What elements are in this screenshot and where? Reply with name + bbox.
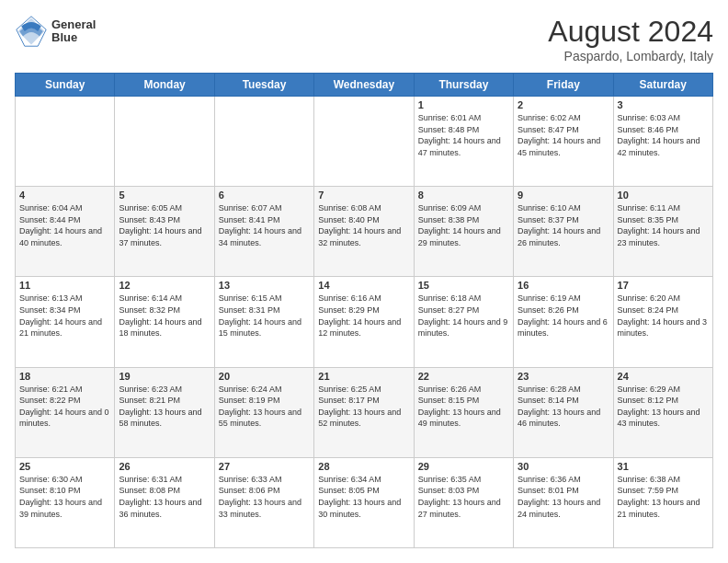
- day-of-week-header: Sunday: [16, 74, 115, 97]
- calendar-cell: 28Sunrise: 6:34 AM Sunset: 8:05 PM Dayli…: [314, 457, 414, 547]
- calendar-cell: 4Sunrise: 6:04 AM Sunset: 8:44 PM Daylig…: [16, 187, 115, 277]
- day-of-week-header: Tuesday: [214, 74, 313, 97]
- day-info: Sunrise: 6:01 AM Sunset: 8:48 PM Dayligh…: [418, 112, 509, 158]
- day-of-week-header: Thursday: [414, 74, 513, 97]
- day-info: Sunrise: 6:36 AM Sunset: 8:01 PM Dayligh…: [518, 474, 609, 520]
- day-info: Sunrise: 6:26 AM Sunset: 8:15 PM Dayligh…: [418, 384, 509, 430]
- day-number: 2: [518, 99, 609, 110]
- day-number: 12: [119, 280, 210, 291]
- day-info: Sunrise: 6:09 AM Sunset: 8:38 PM Dayligh…: [418, 202, 509, 248]
- day-of-week-header: Wednesday: [314, 74, 414, 97]
- day-info: Sunrise: 6:08 AM Sunset: 8:40 PM Dayligh…: [318, 202, 409, 248]
- calendar-cell: 5Sunrise: 6:05 AM Sunset: 8:43 PM Daylig…: [115, 187, 214, 277]
- calendar-cell: 24Sunrise: 6:29 AM Sunset: 8:12 PM Dayli…: [613, 367, 712, 457]
- day-info: Sunrise: 6:14 AM Sunset: 8:32 PM Dayligh…: [119, 293, 210, 339]
- calendar-cell: 25Sunrise: 6:30 AM Sunset: 8:10 PM Dayli…: [16, 457, 115, 547]
- day-info: Sunrise: 6:24 AM Sunset: 8:19 PM Dayligh…: [219, 384, 310, 430]
- calendar-cell: 13Sunrise: 6:15 AM Sunset: 8:31 PM Dayli…: [214, 277, 313, 367]
- calendar-cell: [214, 97, 313, 187]
- calendar-cell: 9Sunrise: 6:10 AM Sunset: 8:37 PM Daylig…: [514, 187, 613, 277]
- calendar-cell: 6Sunrise: 6:07 AM Sunset: 8:41 PM Daylig…: [214, 187, 313, 277]
- page: General Blue August 2024 Paspardo, Lomba…: [0, 0, 728, 563]
- day-number: 4: [19, 190, 110, 201]
- day-info: Sunrise: 6:15 AM Sunset: 8:31 PM Dayligh…: [219, 293, 310, 339]
- day-info: Sunrise: 6:25 AM Sunset: 8:17 PM Dayligh…: [318, 384, 409, 430]
- day-info: Sunrise: 6:20 AM Sunset: 8:24 PM Dayligh…: [618, 293, 709, 339]
- calendar-cell: 15Sunrise: 6:18 AM Sunset: 8:27 PM Dayli…: [414, 277, 513, 367]
- calendar-cell: [115, 97, 214, 187]
- calendar-cell: 2Sunrise: 6:02 AM Sunset: 8:47 PM Daylig…: [514, 97, 613, 187]
- calendar-cell: [16, 97, 115, 187]
- day-info: Sunrise: 6:05 AM Sunset: 8:43 PM Dayligh…: [119, 202, 210, 248]
- day-info: Sunrise: 6:31 AM Sunset: 8:08 PM Dayligh…: [119, 474, 210, 520]
- day-info: Sunrise: 6:10 AM Sunset: 8:37 PM Dayligh…: [518, 202, 609, 248]
- calendar-cell: 26Sunrise: 6:31 AM Sunset: 8:08 PM Dayli…: [115, 457, 214, 547]
- day-number: 6: [219, 190, 310, 201]
- day-info: Sunrise: 6:33 AM Sunset: 8:06 PM Dayligh…: [219, 474, 310, 520]
- day-number: 19: [119, 371, 210, 382]
- day-number: 23: [518, 371, 609, 382]
- day-number: 9: [518, 190, 609, 201]
- title-block: August 2024 Paspardo, Lombardy, Italy: [548, 15, 713, 63]
- calendar-cell: 11Sunrise: 6:13 AM Sunset: 8:34 PM Dayli…: [16, 277, 115, 367]
- day-number: 16: [518, 280, 609, 291]
- day-info: Sunrise: 6:02 AM Sunset: 8:47 PM Dayligh…: [518, 112, 609, 158]
- day-number: 27: [219, 461, 310, 472]
- calendar-week-row: 1Sunrise: 6:01 AM Sunset: 8:48 PM Daylig…: [16, 97, 713, 187]
- day-info: Sunrise: 6:11 AM Sunset: 8:35 PM Dayligh…: [618, 202, 709, 248]
- calendar-cell: 27Sunrise: 6:33 AM Sunset: 8:06 PM Dayli…: [214, 457, 313, 547]
- logo-line2: Blue: [51, 31, 96, 44]
- day-number: 14: [318, 280, 409, 291]
- calendar-cell: 8Sunrise: 6:09 AM Sunset: 8:38 PM Daylig…: [414, 187, 513, 277]
- day-number: 26: [119, 461, 210, 472]
- calendar: SundayMondayTuesdayWednesdayThursdayFrid…: [15, 73, 713, 548]
- day-number: 8: [418, 190, 509, 201]
- calendar-cell: 3Sunrise: 6:03 AM Sunset: 8:46 PM Daylig…: [613, 97, 712, 187]
- calendar-cell: 14Sunrise: 6:16 AM Sunset: 8:29 PM Dayli…: [314, 277, 414, 367]
- calendar-header-row: SundayMondayTuesdayWednesdayThursdayFrid…: [16, 74, 713, 97]
- logo-text: General Blue: [51, 18, 96, 45]
- calendar-cell: [314, 97, 414, 187]
- calendar-cell: 21Sunrise: 6:25 AM Sunset: 8:17 PM Dayli…: [314, 367, 414, 457]
- day-info: Sunrise: 6:16 AM Sunset: 8:29 PM Dayligh…: [318, 293, 409, 339]
- day-number: 25: [19, 461, 110, 472]
- day-info: Sunrise: 6:21 AM Sunset: 8:22 PM Dayligh…: [19, 384, 110, 430]
- day-info: Sunrise: 6:18 AM Sunset: 8:27 PM Dayligh…: [418, 293, 509, 339]
- day-info: Sunrise: 6:28 AM Sunset: 8:14 PM Dayligh…: [518, 384, 609, 430]
- day-number: 31: [618, 461, 709, 472]
- day-of-week-header: Friday: [514, 74, 613, 97]
- day-number: 10: [618, 190, 709, 201]
- day-info: Sunrise: 6:29 AM Sunset: 8:12 PM Dayligh…: [618, 384, 709, 430]
- day-info: Sunrise: 6:04 AM Sunset: 8:44 PM Dayligh…: [19, 202, 110, 248]
- calendar-cell: 18Sunrise: 6:21 AM Sunset: 8:22 PM Dayli…: [16, 367, 115, 457]
- calendar-week-row: 18Sunrise: 6:21 AM Sunset: 8:22 PM Dayli…: [16, 367, 713, 457]
- day-number: 1: [418, 99, 509, 110]
- calendar-cell: 16Sunrise: 6:19 AM Sunset: 8:26 PM Dayli…: [514, 277, 613, 367]
- day-number: 18: [19, 371, 110, 382]
- calendar-cell: 17Sunrise: 6:20 AM Sunset: 8:24 PM Dayli…: [613, 277, 712, 367]
- logo: General Blue: [15, 15, 96, 48]
- calendar-cell: 10Sunrise: 6:11 AM Sunset: 8:35 PM Dayli…: [613, 187, 712, 277]
- day-info: Sunrise: 6:13 AM Sunset: 8:34 PM Dayligh…: [19, 293, 110, 339]
- day-info: Sunrise: 6:23 AM Sunset: 8:21 PM Dayligh…: [119, 384, 210, 430]
- calendar-week-row: 11Sunrise: 6:13 AM Sunset: 8:34 PM Dayli…: [16, 277, 713, 367]
- calendar-cell: 1Sunrise: 6:01 AM Sunset: 8:48 PM Daylig…: [414, 97, 513, 187]
- day-info: Sunrise: 6:07 AM Sunset: 8:41 PM Dayligh…: [219, 202, 310, 248]
- calendar-cell: 19Sunrise: 6:23 AM Sunset: 8:21 PM Dayli…: [115, 367, 214, 457]
- calendar-cell: 20Sunrise: 6:24 AM Sunset: 8:19 PM Dayli…: [214, 367, 313, 457]
- logo-line1: General: [51, 18, 96, 31]
- day-info: Sunrise: 6:19 AM Sunset: 8:26 PM Dayligh…: [518, 293, 609, 339]
- month-title: August 2024: [548, 15, 713, 49]
- day-of-week-header: Saturday: [613, 74, 712, 97]
- day-number: 30: [518, 461, 609, 472]
- calendar-week-row: 25Sunrise: 6:30 AM Sunset: 8:10 PM Dayli…: [16, 457, 713, 547]
- day-number: 11: [19, 280, 110, 291]
- day-info: Sunrise: 6:03 AM Sunset: 8:46 PM Dayligh…: [618, 112, 709, 158]
- calendar-cell: 22Sunrise: 6:26 AM Sunset: 8:15 PM Dayli…: [414, 367, 513, 457]
- calendar-cell: 23Sunrise: 6:28 AM Sunset: 8:14 PM Dayli…: [514, 367, 613, 457]
- day-number: 22: [418, 371, 509, 382]
- day-number: 29: [418, 461, 509, 472]
- day-number: 24: [618, 371, 709, 382]
- calendar-cell: 29Sunrise: 6:35 AM Sunset: 8:03 PM Dayli…: [414, 457, 513, 547]
- day-number: 21: [318, 371, 409, 382]
